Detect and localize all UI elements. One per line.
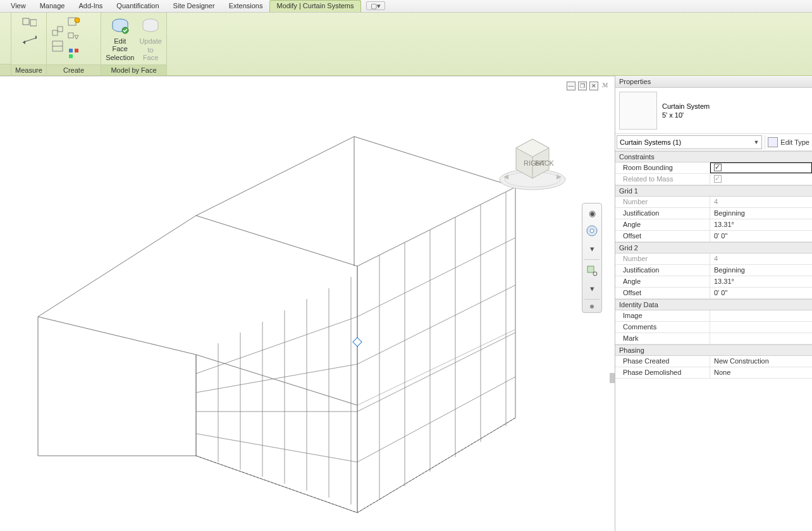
instance-selector-dropdown[interactable]: Curtain Systems (1) ▼: [617, 135, 762, 149]
properties-panel: Properties Curtain System 5' x 10' Curta…: [615, 76, 812, 531]
property-value[interactable]: [710, 322, 812, 333]
property-value[interactable]: New Construction: [710, 356, 812, 367]
type-selector[interactable]: Curtain System 5' x 10': [615, 88, 812, 134]
property-row[interactable]: Number4: [615, 197, 812, 208]
property-key: Number: [615, 253, 710, 264]
svg-rect-6: [58, 27, 63, 32]
property-value[interactable]: 4: [710, 197, 812, 207]
property-value[interactable]: 13.31°: [710, 219, 812, 230]
svg-line-23: [357, 187, 515, 266]
property-row[interactable]: Offset0' 0": [615, 288, 812, 299]
edit-type-button[interactable]: Edit Type: [765, 135, 812, 149]
nav-zoom-icon[interactable]: [585, 264, 599, 278]
edit-face-label-2: Selection: [106, 54, 134, 61]
svg-rect-12: [69, 49, 73, 52]
create-icon-4[interactable]: [67, 32, 81, 46]
splitter-handle[interactable]: [610, 373, 615, 383]
edit-face-label-1: Edit Face: [106, 37, 134, 52]
property-row[interactable]: Room Bounding: [615, 162, 812, 174]
svg-rect-1: [30, 20, 37, 26]
property-group-header[interactable]: Identity Data: [615, 299, 812, 310]
property-value[interactable]: None: [710, 367, 812, 378]
create-icon-5[interactable]: [67, 47, 81, 61]
tab-addins[interactable]: Add-Ins: [71, 0, 109, 12]
property-value[interactable]: Beginning: [710, 265, 812, 276]
property-value[interactable]: [710, 174, 812, 185]
update-face-label-2: to Face: [139, 46, 161, 61]
svg-rect-61: [587, 266, 594, 272]
property-key: Phase Created: [615, 356, 710, 367]
property-value[interactable]: Beginning: [710, 208, 812, 219]
property-group-header[interactable]: Constraints: [615, 151, 812, 162]
nav-wheel-icon[interactable]: [585, 224, 599, 238]
tab-manage[interactable]: Manage: [33, 0, 72, 12]
tab-modify-curtain-systems[interactable]: Modify | Curtain Systems: [269, 0, 360, 12]
nav-dropdown2-icon[interactable]: ▾: [585, 281, 599, 295]
property-value[interactable]: 4: [710, 253, 812, 264]
property-key: Angle: [615, 276, 710, 287]
workspace: — ❐ ✕ ℳ: [0, 76, 812, 531]
property-value[interactable]: 0' 0": [710, 231, 812, 241]
measure-dim-button[interactable]: [19, 32, 39, 47]
property-row[interactable]: Comments: [615, 322, 812, 333]
drag-handle-icon[interactable]: [353, 338, 362, 346]
properties-title: Properties: [615, 76, 812, 88]
create-icon-3[interactable]: [67, 16, 81, 30]
property-group-header[interactable]: Grid 2: [615, 242, 812, 253]
align-icon: [22, 16, 37, 28]
nav-dot[interactable]: [590, 305, 594, 308]
property-row[interactable]: Phase DemolishedNone: [615, 367, 812, 379]
ribbon: Measure Create Edit Face Selection: [0, 13, 812, 76]
property-row[interactable]: JustificationBeginning: [615, 208, 812, 219]
svg-marker-3: [23, 40, 25, 44]
checkbox-icon[interactable]: [714, 164, 722, 171]
nav-home-icon[interactable]: ◉: [585, 206, 599, 220]
create-icon-1[interactable]: [51, 24, 65, 38]
tab-site-designer[interactable]: Site Designer: [166, 0, 222, 12]
property-row[interactable]: Angle13.31°: [615, 276, 812, 288]
property-row[interactable]: Image: [615, 310, 812, 322]
svg-rect-13: [75, 49, 78, 52]
property-value[interactable]: 0' 0": [710, 288, 812, 298]
tab-quantification[interactable]: Quantification: [109, 0, 166, 12]
measure-align-button[interactable]: [19, 15, 39, 30]
edit-type-icon: [768, 137, 778, 147]
property-value[interactable]: 13.31°: [710, 276, 812, 287]
property-key: Room Bounding: [615, 162, 710, 173]
overflow-icon: ▢▾: [371, 2, 381, 10]
property-key: Comments: [615, 322, 710, 333]
property-value[interactable]: [710, 162, 812, 173]
panel-title-model-by-face: Model by Face: [101, 64, 166, 75]
property-row[interactable]: Number4: [615, 253, 812, 265]
update-to-face-button[interactable]: Update to Face: [137, 15, 164, 63]
property-row[interactable]: Offset0' 0": [615, 231, 812, 242]
model-canvas[interactable]: — ❐ ✕ ℳ: [0, 76, 615, 531]
property-row[interactable]: Angle13.31°: [615, 219, 812, 231]
tab-extensions[interactable]: Extensions: [222, 0, 270, 12]
property-row[interactable]: JustificationBeginning: [615, 265, 812, 276]
panel-title-create: Create: [47, 64, 101, 75]
svg-rect-5: [52, 30, 58, 35]
instance-selector-label: Curtain Systems (1): [620, 138, 681, 146]
viewcube[interactable]: RIGHT BACK: [495, 130, 570, 200]
nav-dropdown-icon[interactable]: ▾: [585, 241, 599, 255]
edit-face-selection-button[interactable]: Edit Face Selection: [103, 15, 137, 63]
ribbon-gripper: [0, 13, 11, 75]
svg-point-60: [590, 229, 594, 233]
property-value[interactable]: [710, 333, 812, 344]
property-row[interactable]: Phase CreatedNew Construction: [615, 356, 812, 367]
property-value[interactable]: [710, 310, 812, 321]
tab-view[interactable]: View: [4, 0, 33, 12]
create-icon-2[interactable]: [51, 39, 65, 53]
property-group-header[interactable]: Grid 1: [615, 185, 812, 197]
property-group-header[interactable]: Phasing: [615, 345, 812, 356]
property-row[interactable]: Mark: [615, 333, 812, 345]
type-thumbnail: [619, 92, 657, 130]
tab-overflow-button[interactable]: ▢▾: [366, 1, 385, 10]
property-key: Angle: [615, 219, 710, 230]
property-key: Mark: [615, 333, 710, 344]
property-row[interactable]: Related to Mass: [615, 174, 812, 185]
type-name-line2: 5' x 10': [662, 111, 710, 119]
update-face-icon: [140, 16, 161, 36]
property-key: Image: [615, 310, 710, 321]
